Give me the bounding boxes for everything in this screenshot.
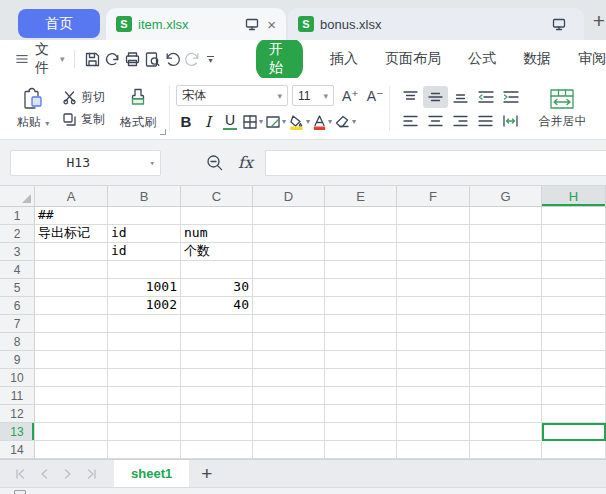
cell-A10[interactable] (35, 369, 108, 387)
cell-G14[interactable] (470, 441, 542, 459)
font-name-select[interactable]: 宋体 ▾ (176, 85, 288, 106)
cell-B11[interactable] (108, 387, 181, 405)
cell-D5[interactable] (253, 279, 325, 297)
row-header-2[interactable]: 2 (0, 225, 35, 243)
redo-button[interactable] (183, 47, 201, 71)
cell-E3[interactable] (325, 243, 397, 261)
home-button[interactable]: 首页 (18, 9, 100, 38)
cell-A7[interactable] (35, 315, 108, 333)
cell-D2[interactable] (253, 225, 325, 243)
cell-G11[interactable] (470, 387, 542, 405)
cell-E10[interactable] (325, 369, 397, 387)
cell-F3[interactable] (397, 243, 470, 261)
hamburger-icon[interactable] (16, 53, 28, 65)
row-header-3[interactable]: 3 (0, 243, 35, 261)
row-header-12[interactable]: 12 (0, 405, 35, 423)
bold-button[interactable]: B (176, 111, 196, 133)
col-header-F[interactable]: F (397, 186, 470, 207)
cell-D9[interactable] (253, 351, 325, 369)
close-icon[interactable]: × (267, 16, 276, 33)
prev-sheet-icon[interactable] (38, 468, 50, 480)
cell-C12[interactable] (181, 405, 253, 423)
cell-E7[interactable] (325, 315, 397, 333)
cell-C1[interactable] (181, 207, 253, 225)
cell-F12[interactable] (397, 405, 470, 423)
cell-H5[interactable] (542, 279, 606, 297)
cell-G3[interactable] (470, 243, 542, 261)
cell-H3[interactable] (542, 243, 606, 261)
col-header-D[interactable]: D (253, 186, 325, 207)
monitor-icon[interactable] (552, 18, 566, 31)
cell-D1[interactable] (253, 207, 325, 225)
col-header-H[interactable]: H (542, 186, 606, 207)
cell-C6[interactable]: 40 (181, 297, 253, 315)
cell-G8[interactable] (470, 333, 542, 351)
cell-F8[interactable] (397, 333, 470, 351)
col-header-B[interactable]: B (108, 186, 181, 207)
decrease-indent-button[interactable] (473, 86, 498, 108)
row-header-7[interactable]: 7 (0, 315, 35, 333)
cell-H2[interactable] (542, 225, 606, 243)
cell-B12[interactable] (108, 405, 181, 423)
wrap-text-button[interactable] (498, 110, 523, 132)
row-header-13[interactable]: 13 (0, 423, 35, 441)
merge-center-button[interactable]: 合并居中 (533, 78, 591, 139)
cell-A8[interactable] (35, 333, 108, 351)
col-header-E[interactable]: E (325, 186, 397, 207)
col-header-C[interactable]: C (181, 186, 253, 207)
tab-bonus-xlsx[interactable]: S bonus.xlsx (288, 8, 584, 40)
ribbon-tab-data[interactable]: 数据 (523, 50, 551, 68)
cell-H6[interactable] (542, 297, 606, 315)
format-painter-button[interactable]: 格式刷 (113, 78, 163, 139)
cell-A12[interactable] (35, 405, 108, 423)
cell-B3[interactable]: id (108, 243, 181, 261)
cell-E4[interactable] (325, 261, 397, 279)
cell-B13[interactable] (108, 423, 181, 441)
cell-F14[interactable] (397, 441, 470, 459)
ribbon-tab-review[interactable]: 审阅 (578, 50, 606, 68)
cell-C10[interactable] (181, 369, 253, 387)
cell-G13[interactable] (470, 423, 542, 441)
cell-D4[interactable] (253, 261, 325, 279)
row-header-10[interactable]: 10 (0, 369, 35, 387)
cell-A5[interactable] (35, 279, 108, 297)
sheet-tab-sheet1[interactable]: sheet1 (114, 460, 189, 487)
cell-F7[interactable] (397, 315, 470, 333)
cell-H4[interactable] (542, 261, 606, 279)
draw-border-button[interactable]: ▾ (265, 111, 286, 133)
col-header-A[interactable]: A (35, 186, 108, 207)
next-sheet-icon[interactable] (62, 468, 74, 480)
borders-button[interactable]: ▾ (242, 111, 263, 133)
cell-A1[interactable]: ## (35, 207, 108, 225)
undo-button[interactable] (163, 47, 181, 71)
cell-G10[interactable] (470, 369, 542, 387)
cell-G2[interactable] (470, 225, 542, 243)
print-preview-button[interactable] (143, 47, 161, 71)
grow-font-button[interactable]: A⁺ (342, 88, 359, 104)
cell-C5[interactable]: 30 (181, 279, 253, 297)
align-bottom-button[interactable] (448, 86, 473, 108)
cell-E8[interactable] (325, 333, 397, 351)
cell-E6[interactable] (325, 297, 397, 315)
cell-D7[interactable] (253, 315, 325, 333)
row-header-14[interactable]: 14 (0, 441, 35, 459)
ribbon-tab-insert[interactable]: 插入 (330, 50, 358, 68)
cell-E9[interactable] (325, 351, 397, 369)
cell-D11[interactable] (253, 387, 325, 405)
cell-H12[interactable] (542, 405, 606, 423)
cell-H13[interactable] (542, 423, 606, 441)
cell-A13[interactable] (35, 423, 108, 441)
font-color-button[interactable]: ▾ (312, 111, 332, 133)
cell-B8[interactable] (108, 333, 181, 351)
cell-A6[interactable] (35, 297, 108, 315)
file-menu[interactable]: 文件 (35, 41, 56, 77)
paste-button[interactable]: 粘贴 ▾ (10, 78, 56, 139)
cell-F10[interactable] (397, 369, 470, 387)
cell-C2[interactable]: num (181, 225, 253, 243)
copy-button[interactable]: 复制 (62, 110, 105, 130)
cell-C3[interactable]: 个数 (181, 243, 253, 261)
cell-H8[interactable] (542, 333, 606, 351)
cell-B9[interactable] (108, 351, 181, 369)
cell-G9[interactable] (470, 351, 542, 369)
cell-B6[interactable]: 1002 (108, 297, 181, 315)
